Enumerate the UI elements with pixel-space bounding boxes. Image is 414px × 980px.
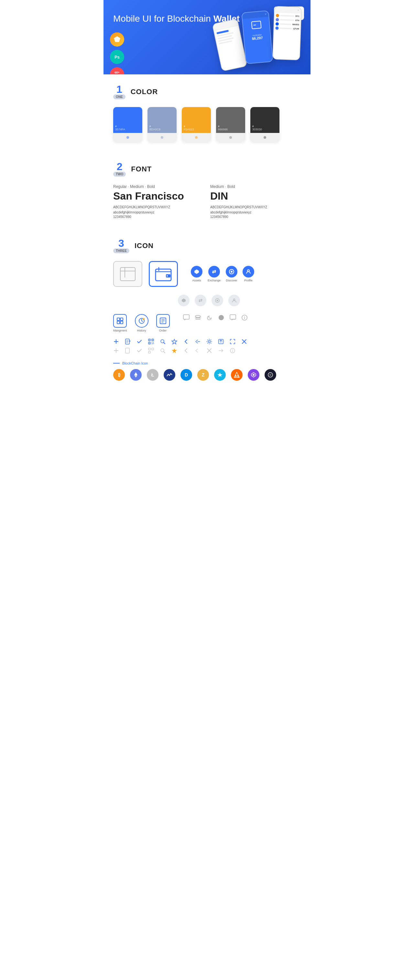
qr-icon: [148, 339, 154, 344]
svg-rect-4: [124, 267, 125, 277]
sketch-icon: [110, 32, 124, 46]
settings-icon: [206, 339, 212, 344]
svg-marker-54: [253, 374, 255, 376]
font-din: Medium · Bold DIN ABCDEFGHIJKLMNOPQRSTUV…: [210, 185, 301, 219]
phone-mockups: + myWallet $6,297 + BTC: [215, 6, 301, 60]
layers-icon: [194, 314, 202, 321]
svg-rect-43: [152, 348, 154, 350]
arrow-icon-gray: [218, 348, 224, 353]
svg-marker-38: [172, 339, 177, 344]
nav-discover: Discover: [226, 266, 237, 282]
svg-marker-46: [172, 348, 177, 353]
svg-point-15: [234, 299, 235, 301]
resize-icon: [230, 339, 236, 344]
exchange-icon-gray: [195, 295, 206, 306]
svg-point-55: [268, 372, 273, 377]
litecoin-icon: Ł: [147, 369, 158, 381]
phone-3: + BTC ETH WAVES: [272, 6, 302, 60]
share-icon-gray: [195, 348, 201, 353]
discover-icon: [226, 266, 237, 277]
circle-icon: [218, 314, 225, 321]
color-swatches: # 3574FA # 8DA0C8 # F5A623 # 666666: [113, 107, 301, 142]
svg-marker-8: [194, 269, 199, 274]
svg-point-24: [195, 315, 201, 317]
svg-marker-12: [182, 299, 186, 302]
icon-section-num: 3 THREE: [113, 238, 129, 253]
color-section-header: 1 ONE COLOR: [113, 84, 301, 99]
color-section: 1 ONE COLOR # 3574FA # 8DA0C8 # F5A623: [104, 75, 310, 152]
speech-icon: [229, 314, 236, 321]
management-icon: [113, 314, 127, 328]
star-filled-icon: [171, 348, 177, 353]
font-section-num: 2 TWO: [113, 161, 126, 177]
check-icon-gray: [137, 348, 142, 353]
share-icon: [195, 339, 201, 344]
photoshop-icon: Ps: [110, 50, 124, 64]
dash-icon: D: [180, 369, 192, 381]
assets-icon: [191, 266, 202, 277]
tool-icons-blue: [113, 339, 301, 344]
search-icon: [160, 339, 166, 344]
color-swatch-orange: # F5A623: [182, 107, 211, 142]
close-x-icon-gray: [206, 348, 212, 353]
polygon-icon: [248, 369, 260, 381]
chat-icon: [183, 314, 190, 321]
document-icon: [125, 339, 131, 344]
plus-icon-gray: [113, 348, 119, 353]
svg-rect-18: [117, 321, 119, 324]
svg-point-7: [167, 275, 168, 277]
discover-icon-gray: [212, 295, 223, 306]
star-icon: [171, 339, 177, 344]
svg-rect-26: [230, 315, 236, 319]
svg-rect-19: [120, 321, 123, 324]
waves-icon: [164, 369, 175, 381]
nav-icons-gray: [178, 295, 301, 306]
svg-point-48: [232, 349, 233, 350]
font-section: 2 TWO FONT Regular · Medium · Bold San F…: [104, 152, 310, 228]
ethereum-icon: [130, 369, 142, 381]
zcash-icon: Z: [197, 369, 209, 381]
color-section-num: 1 ONE: [113, 84, 126, 99]
profile-icon: [243, 266, 254, 277]
wallet-icon-row: Assets Exchange Discover P: [113, 261, 301, 287]
nav-history: History: [135, 314, 148, 332]
tool-icons-gray: [113, 348, 301, 353]
svg-rect-41: [126, 348, 129, 353]
close-icon: [241, 339, 247, 344]
nav-profile: Profile: [243, 266, 254, 282]
qr-icon-gray: [148, 348, 154, 353]
hero-section: Mobile UI for Blockchain Wallet UI Kit P…: [104, 0, 310, 75]
stellar-icon: [214, 369, 226, 381]
font-san-francisco: Regular · Medium · Bold San Francisco AB…: [113, 185, 204, 219]
svg-rect-2: [120, 267, 135, 281]
svg-rect-32: [149, 340, 150, 340]
svg-point-28: [244, 316, 245, 317]
svg-marker-51: [217, 372, 223, 377]
svg-point-39: [208, 340, 210, 342]
check-icon: [137, 339, 142, 344]
upload-icon: [218, 339, 224, 344]
crypto-icons: ₿ Ł D Z: [113, 369, 301, 381]
info-icon: [241, 314, 248, 321]
font-section-header: 2 TWO FONT: [113, 161, 301, 177]
plus-icon: [113, 339, 119, 344]
color-swatch-blue: # 3574FA: [113, 107, 142, 142]
svg-rect-36: [149, 343, 150, 344]
svg-rect-44: [148, 351, 150, 353]
nav-order: Order: [156, 314, 170, 332]
nav-icons-colored: Assets Exchange Discover P: [191, 266, 254, 282]
svg-point-10: [231, 271, 232, 273]
svg-rect-23: [183, 315, 189, 319]
svg-rect-3: [120, 271, 135, 271]
nav-management: Mangment: [113, 314, 127, 332]
document-icon-gray: [125, 348, 131, 353]
wallet-icon-outline-1: [113, 261, 142, 287]
chevron-left-icon-gray: [183, 348, 189, 353]
tool-badges: Ps 60+Screens: [110, 32, 124, 75]
svg-point-25: [219, 315, 224, 320]
phone-1: [212, 19, 247, 72]
color-swatch-medium-gray: # 666666: [216, 107, 245, 142]
info-icon-gray: [230, 348, 236, 353]
generic-coin-icon: [264, 369, 276, 381]
svg-rect-34: [152, 340, 153, 340]
